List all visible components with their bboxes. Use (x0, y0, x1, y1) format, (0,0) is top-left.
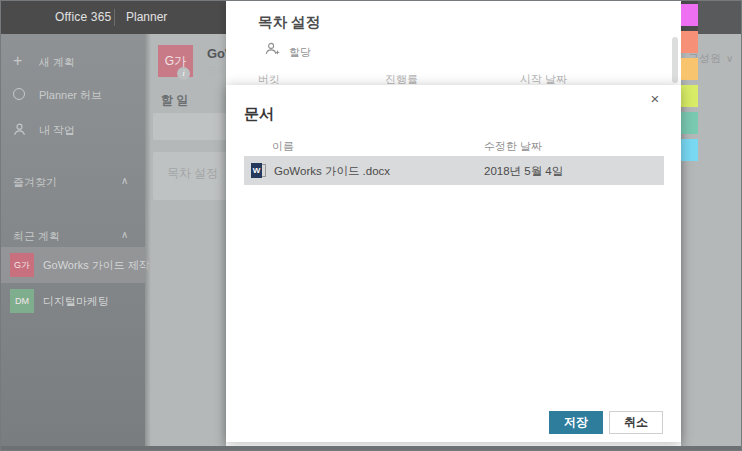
sidebar-item-label: Planner 허브 (39, 88, 102, 103)
sidebar-item-label: 새 계획 (39, 55, 75, 70)
sidebar-plan-digital-marketing[interactable]: DM 디지털마케팅 (1, 283, 145, 319)
label-flag-lime[interactable] (681, 85, 698, 107)
label-flag-cyan[interactable] (681, 139, 698, 161)
label-flag-teal[interactable] (681, 112, 698, 134)
file-name: GoWorks 가이드 .docx (274, 164, 390, 179)
assign-person-icon (264, 41, 280, 57)
sidebar-section-recent-plans[interactable]: 최근 계획 ∧ (1, 225, 145, 247)
header-divider (114, 9, 115, 26)
label-flag-salmon[interactable] (681, 31, 698, 53)
sidebar-item-planner-hub[interactable]: Planner 허브 (1, 80, 145, 110)
column-header-name: 이름 (272, 139, 294, 154)
sidebar-item-new-plan[interactable]: + 새 계획 (1, 47, 145, 77)
chevron-down-icon: ∨ (726, 53, 733, 64)
task-card-title: 목차 설정 (167, 165, 218, 182)
task-title: 목차 설정 (258, 13, 320, 32)
product-name-planner[interactable]: Planner (126, 10, 167, 24)
section-label: 즐겨찾기 (13, 175, 57, 190)
plan-info-badge[interactable]: i (177, 67, 190, 80)
plan-label: GoWorks 가이드 제작 (43, 258, 150, 273)
sidebar-shadow (145, 34, 151, 448)
plan-avatar: DM (10, 289, 34, 313)
panel-scrollbar-thumb[interactable] (672, 37, 678, 83)
column-header-modified: 수정한 날짜 (484, 139, 542, 154)
assign-button[interactable]: 할당 (289, 45, 311, 60)
chevron-up-icon: ∧ (121, 175, 128, 186)
sidebar-item-my-tasks[interactable]: 내 작업 (1, 115, 145, 145)
left-sidebar: + 새 계획 Planner 허브 내 작업 즐겨찾기 ∧ 최근 계획 ∧ G가… (1, 34, 145, 448)
plan-label: 디지털마케팅 (43, 294, 109, 309)
office365-brand[interactable]: Office 365 (55, 10, 111, 24)
hub-circle-icon (13, 88, 25, 100)
section-label: 최근 계획 (13, 229, 60, 244)
sidebar-plan-goworks[interactable]: G가 GoWorks 가이드 제작 (1, 247, 145, 283)
sidebar-section-favorites[interactable]: 즐겨찾기 ∧ (1, 171, 145, 193)
file-modified-date: 2018년 5월 4일 (484, 164, 563, 179)
dialog-title: 문서 (244, 105, 274, 124)
sidebar-item-label: 내 작업 (39, 123, 75, 138)
chevron-up-icon: ∧ (121, 229, 128, 240)
label-flag-amber[interactable] (681, 58, 698, 80)
bucket-column-title: 할 일 (161, 92, 188, 109)
plan-avatar: G가 (10, 253, 34, 277)
window-bottom-edge (1, 446, 742, 451)
person-icon (12, 122, 27, 137)
planner-app-window: Office 365 Planner 구성원∨ G가 i GoWorks 가이드… (0, 0, 742, 451)
save-button[interactable]: 저장 (549, 411, 603, 434)
cancel-button[interactable]: 취소 (609, 411, 663, 434)
top-header-bar-right (698, 1, 742, 34)
file-row-selected[interactable]: W GoWorks 가이드 .docx 2018년 5월 4일 (244, 156, 664, 185)
plan-visibility-label: 공개 (207, 64, 227, 78)
label-flag-magenta[interactable] (681, 4, 698, 26)
close-icon[interactable]: × (644, 88, 666, 110)
word-doc-icon: W (251, 163, 267, 178)
plus-icon: + (13, 52, 22, 70)
document-dialog: × 문서 이름 수정한 날짜 W GoWorks 가이드 .docx 2018년… (226, 85, 681, 442)
